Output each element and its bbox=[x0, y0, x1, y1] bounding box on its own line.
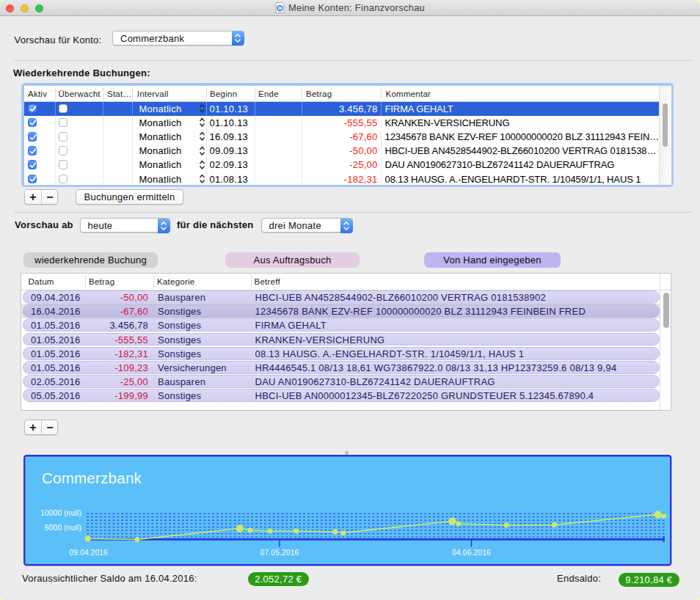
svg-text:09.04.2016: 09.04.2016 bbox=[70, 549, 109, 557]
svg-text:6000 (null): 6000 (null) bbox=[45, 524, 81, 532]
svg-text:04.06.2016: 04.06.2016 bbox=[452, 549, 491, 557]
svg-text:10000 (null): 10000 (null) bbox=[40, 509, 81, 517]
svg-text:07.05.2016: 07.05.2016 bbox=[260, 549, 299, 557]
